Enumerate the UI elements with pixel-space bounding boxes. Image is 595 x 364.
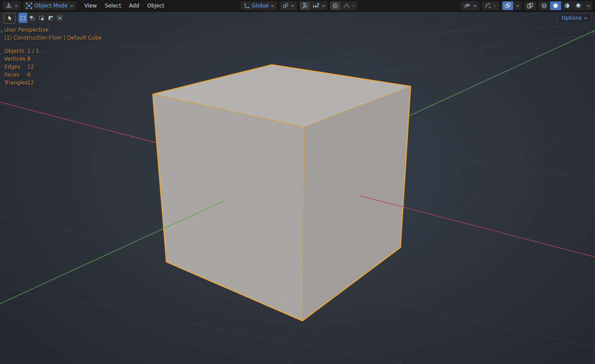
orientation-axes-icon: [243, 3, 250, 9]
select-mode-group: [18, 13, 64, 23]
shading-material-button[interactable]: [562, 1, 573, 10]
chevron-down-icon: [291, 5, 294, 7]
stat-value: 8: [27, 56, 31, 62]
object-mode-icon: [26, 3, 32, 9]
stat-row-objects: Objects1 / 1: [4, 47, 39, 55]
shading-solid-button[interactable]: [550, 1, 562, 10]
overlays-dropdown[interactable]: [514, 1, 522, 10]
snap-toggle[interactable]: [300, 1, 311, 10]
show-overlays-toggle[interactable]: [502, 1, 514, 10]
chevron-down-icon: [587, 5, 590, 7]
select-subtract-icon: [38, 15, 44, 21]
rendered-shading-icon: [575, 3, 582, 9]
select-intersect-icon: [57, 15, 63, 21]
stat-label: Objects: [4, 48, 27, 54]
options-label: Options: [562, 15, 582, 21]
snap-increment-icon: [313, 3, 320, 9]
overlays-group: [502, 1, 522, 10]
shading-mode-group: [539, 1, 592, 10]
menu-select[interactable]: Select: [101, 0, 125, 11]
stat-label: Edges: [4, 64, 27, 70]
mode-label: Object Mode: [34, 3, 68, 9]
snapping-group: [300, 1, 327, 10]
menu-object[interactable]: Object: [143, 0, 168, 11]
chevron-down-icon: [70, 5, 73, 7]
scene-collection-label: (1) Construction Floor | Default Cube: [4, 35, 102, 41]
select-mode-subtract-button[interactable]: [37, 13, 46, 23]
cube-object[interactable]: [153, 65, 411, 321]
gizmos-dropdown[interactable]: [482, 1, 500, 10]
gizmo-icon: [485, 3, 491, 9]
3d-viewport-editor-icon: [5, 3, 12, 9]
pivot-point-dropdown[interactable]: [279, 1, 297, 10]
proportional-falloff-dropdown[interactable]: [341, 1, 357, 10]
blender-window: Object Mode ViewSelectAddObject Global: [0, 0, 595, 364]
snap-with-dropdown[interactable]: [311, 1, 327, 10]
select-mode-intersect-button[interactable]: [55, 13, 64, 23]
select-mode-invert-button[interactable]: [46, 13, 55, 23]
select-invert-icon: [48, 15, 54, 21]
toolbar-expand-arrow[interactable]: ›: [0, 29, 3, 34]
xray-toggle[interactable]: [524, 1, 536, 10]
solid-shading-icon: [552, 3, 559, 9]
chevron-down-icon: [15, 5, 18, 7]
pivot-point-icon: [282, 3, 289, 9]
chevron-down-icon: [322, 5, 325, 7]
shading-rendered-button[interactable]: [573, 1, 584, 10]
xray-icon: [527, 3, 533, 9]
menu-add[interactable]: Add: [125, 0, 143, 11]
transform-orientation-dropdown[interactable]: Global: [241, 1, 277, 10]
stat-value: 12: [27, 64, 34, 70]
options-dropdown[interactable]: Options: [558, 13, 591, 23]
active-tool-tweak-button[interactable]: [4, 13, 16, 24]
stat-label: Faces: [4, 72, 27, 78]
shading-wireframe-button[interactable]: [539, 1, 550, 10]
falloff-curve-icon: [343, 3, 350, 9]
proportional-editing-toggle[interactable]: [330, 1, 341, 10]
orientation-label: Global: [252, 3, 268, 9]
editor-type-button[interactable]: [3, 1, 21, 10]
object-visibility-dropdown[interactable]: [461, 1, 479, 10]
statistics-overlay: Objects1 / 1Vertices8Edges12Faces6Triang…: [4, 47, 39, 87]
stat-row-triangles: Triangles12: [4, 79, 39, 87]
stat-row-vertices: Vertices8: [4, 55, 39, 63]
viewport-header: Object Mode ViewSelectAddObject Global: [0, 0, 595, 12]
shading-dropdown[interactable]: [584, 1, 592, 10]
select-extend-icon: [29, 15, 35, 21]
menu-bar: ViewSelectAddObject: [81, 0, 169, 11]
chevron-down-icon: [493, 5, 497, 7]
view-perspective-label: User Perspective: [4, 27, 49, 33]
stat-label: Triangles: [4, 80, 27, 86]
stat-row-edges: Edges12: [4, 63, 39, 71]
chevron-down-icon: [473, 5, 477, 7]
stat-row-faces: Faces6: [4, 71, 39, 79]
material-preview-shading-icon: [564, 3, 570, 9]
3d-viewport[interactable]: [0, 0, 595, 364]
stat-value: 1 / 1: [27, 48, 39, 54]
proportional-editing-group: [330, 1, 357, 10]
wireframe-shading-icon: [541, 3, 547, 9]
chevron-down-icon: [271, 5, 274, 7]
chevron-down-icon: [584, 17, 588, 19]
sidebar-expand-arrow[interactable]: ‹: [592, 29, 594, 34]
select-set-icon: [20, 15, 26, 21]
proportional-editing-icon: [332, 3, 338, 9]
viewport-canvas[interactable]: [0, 0, 595, 364]
cursor-arrow-icon: [7, 15, 13, 22]
grid-line: [405, 150, 595, 180]
cube-left-face: [153, 94, 304, 321]
mode-dropdown[interactable]: Object Mode: [23, 1, 76, 10]
overlays-icon: [504, 3, 511, 9]
chevron-down-icon: [352, 5, 355, 7]
stat-label: Vertices: [4, 56, 27, 62]
stat-value: 12: [27, 80, 34, 86]
select-mode-extend-button[interactable]: [28, 13, 37, 23]
chevron-down-icon: [516, 5, 519, 7]
select-mode-set-button[interactable]: [18, 13, 28, 23]
stat-value: 6: [27, 72, 31, 78]
visibility-eye-icon: [463, 3, 471, 9]
grid-line: [409, 11, 467, 40]
grid-line: [0, 287, 401, 364]
magnet-icon: [302, 3, 308, 9]
menu-view[interactable]: View: [81, 0, 101, 11]
